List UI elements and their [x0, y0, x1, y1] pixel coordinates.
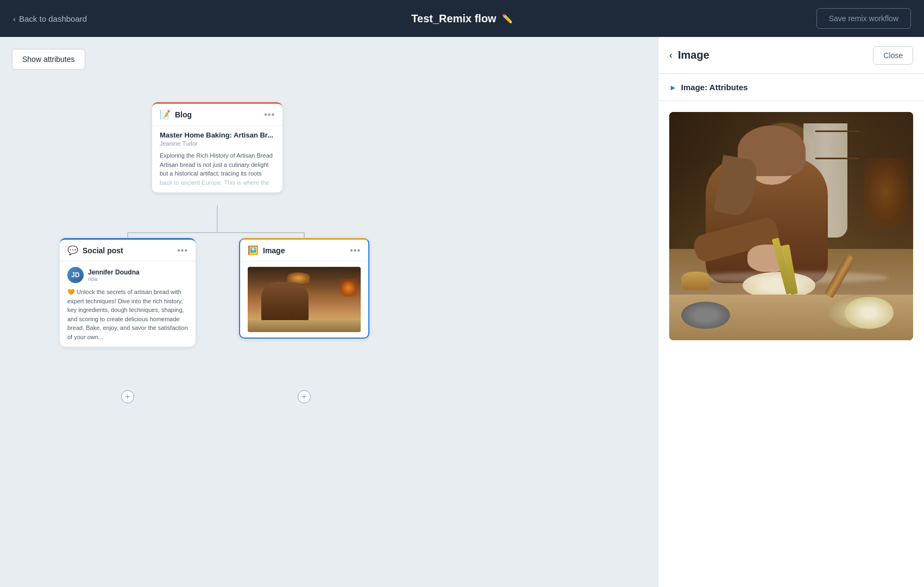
add-after-social-button[interactable]: +: [121, 390, 134, 403]
blog-content-title: Master Home Baking: Artisan Br...: [160, 131, 275, 139]
chevron-right-icon: ►: [669, 83, 677, 92]
social-title: Social post: [83, 246, 123, 255]
panel-large-image: [669, 112, 913, 340]
blog-body-text: Exploring the Rich History of Artisan Br…: [160, 151, 275, 178]
panel-header: ‹ Image Close: [658, 37, 924, 74]
blog-menu-icon[interactable]: •••: [264, 110, 275, 120]
image-thumbnail: [248, 267, 361, 332]
user-name: Jennifer Doudna: [88, 268, 140, 276]
blog-node-card[interactable]: 📝 Blog ••• Master Home Baking: Artisan B…: [152, 102, 282, 192]
blog-body-fade: back to ancient Europe. This is where th…: [160, 178, 275, 188]
right-panel: ‹ Image Close ► Image: Attributes: [658, 37, 924, 587]
blog-node-header: 📝 Blog •••: [152, 104, 282, 126]
blog-title: Blog: [175, 110, 192, 119]
social-user-row: JD Jennifer Doudna now: [67, 267, 188, 283]
image-menu-icon[interactable]: •••: [350, 246, 361, 255]
attributes-label: Image: Attributes: [681, 83, 748, 92]
image-node-card[interactable]: 🖼️ Image •••: [239, 238, 369, 339]
show-attributes-button[interactable]: Show attributes: [12, 49, 85, 70]
blog-author: Jeanine Tudor: [160, 140, 275, 147]
top-nav: ‹ Back to dashboard Test_Remix flow ✏️ S…: [0, 0, 924, 37]
main-layout: Show attributes 📝 Blog ••• Master Home B…: [0, 37, 924, 587]
back-to-dashboard-link[interactable]: ‹ Back to dashboard: [13, 14, 87, 23]
image-node-title: Image: [263, 246, 285, 255]
panel-image-container: [658, 101, 924, 587]
image-node-body: [240, 261, 368, 338]
blog-header-left: 📝 Blog: [160, 109, 192, 120]
social-node-body: JD Jennifer Doudna now 🧡 Unlock the secr…: [60, 261, 196, 347]
image-header-left: 🖼️ Image: [248, 245, 285, 255]
attributes-toggle[interactable]: ► Image: Attributes: [669, 83, 913, 92]
blog-icon: 📝: [160, 109, 171, 120]
edit-title-icon[interactable]: ✏️: [502, 14, 513, 24]
back-link-label: Back to dashboard: [19, 14, 87, 23]
attributes-section[interactable]: ► Image: Attributes: [658, 74, 924, 101]
panel-title: Image: [678, 49, 709, 61]
canvas-area: Show attributes 📝 Blog ••• Master Home B…: [0, 37, 658, 587]
social-header-left: 💬 Social post: [67, 245, 123, 255]
bowl-left: [681, 302, 730, 329]
blog-node-body: Master Home Baking: Artisan Br... Jeanin…: [152, 126, 282, 192]
social-post-node-card[interactable]: 💬 Social post ••• JD Jennifer Doudna now…: [60, 238, 196, 347]
panel-back-button[interactable]: ‹: [669, 49, 672, 61]
chevron-left-icon: ‹: [13, 14, 16, 23]
page-title-area: Test_Remix flow ✏️: [411, 13, 512, 25]
social-menu-icon[interactable]: •••: [177, 246, 188, 255]
user-avatar: JD: [67, 267, 84, 283]
social-node-header: 💬 Social post •••: [60, 240, 196, 261]
baker-scene: [669, 112, 913, 340]
panel-header-left: ‹ Image: [669, 49, 709, 61]
image-node-icon: 🖼️: [248, 245, 259, 255]
social-icon: 💬: [67, 245, 78, 255]
save-remix-button[interactable]: Save remix workflow: [816, 8, 911, 29]
image-node-header: 🖼️ Image •••: [240, 240, 368, 261]
post-time: now: [88, 276, 140, 282]
social-post-text: 🧡 Unlock the secrets of artisan bread wi…: [67, 288, 188, 341]
panel-close-button[interactable]: Close: [873, 46, 913, 65]
social-user-info: Jennifer Doudna now: [88, 268, 140, 282]
page-title: Test_Remix flow: [411, 13, 496, 25]
add-after-image-button[interactable]: +: [298, 390, 311, 403]
